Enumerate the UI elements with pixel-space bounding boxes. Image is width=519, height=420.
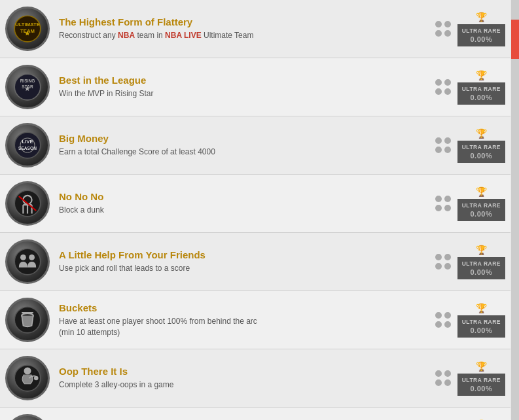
achievement-info-oop-there-it-is: Oop There It Is Complete 3 alley-oops in… [59, 366, 427, 391]
rarity-container-no-no-no: 🏆 ULTRA RARE 0.00% [457, 186, 505, 221]
dot-4 [444, 147, 451, 153]
rarity-badge-no-no-no: ULTRA RARE 0.00% [457, 199, 505, 221]
trophy-icon-highest-form-of-flattery: 🏆 [476, 12, 487, 22]
dots-grid-oop-there-it-is [435, 370, 451, 386]
dot-3 [435, 321, 442, 328]
svg-text:RISING: RISING [20, 79, 35, 83]
dot-3 [435, 88, 442, 95]
achievement-row-highest-form-of-flattery[interactable]: ULTIMATE TEAM The Highest Form of Flatte… [0, 0, 510, 58]
achievement-row-best-in-the-league[interactable]: RISING STAR Best in the League Win the M… [0, 58, 510, 116]
dots-grid-a-little-help [435, 254, 451, 270]
dot-2 [444, 21, 451, 27]
trophy-icon-no-no-no: 🏆 [476, 186, 487, 197]
achievement-row-big-money[interactable]: LIVE SEASON Big Money Earn a total Chall… [0, 116, 510, 175]
achievement-icon-buckets [5, 298, 50, 342]
dots-grid-big-money [435, 137, 451, 153]
nba-live-highlight: NBA LIVE [165, 31, 202, 40]
svg-point-26 [24, 368, 31, 375]
dot-1 [435, 137, 442, 144]
dot-2 [444, 254, 451, 260]
nba-highlight: NBA [118, 31, 135, 40]
achievement-row-a-little-help[interactable]: A Little Help From Your Friends Use pick… [0, 233, 510, 291]
dot-1 [435, 79, 442, 86]
dot-4 [444, 205, 451, 211]
icon-image-no-no-no [12, 188, 43, 219]
achievement-icon-best-in-the-league: RISING STAR [5, 65, 50, 109]
rarity-label-oop-there-it-is: ULTRA RARE [462, 377, 501, 383]
rarity-label-buckets: ULTRA RARE [462, 319, 501, 325]
achievement-desc-a-little-help: Use pick and roll that leads to a score [59, 263, 427, 274]
rarity-container-buckets: 🏆 ULTRA RARE 0.00% [457, 303, 505, 338]
dot-1 [435, 196, 442, 202]
svg-text:LIVE: LIVE [22, 139, 33, 145]
achievement-desc-no-no-no: Block a dunk [59, 205, 427, 216]
icon-image-highest-form-of-flattery: ULTIMATE TEAM [12, 13, 43, 44]
dot-1 [435, 370, 442, 377]
dot-1 [435, 312, 442, 319]
rarity-percent-big-money: 0.00% [462, 152, 501, 160]
achievement-icon-a-little-help [5, 239, 50, 284]
icon-image-big-money: LIVE SEASON [12, 130, 43, 161]
svg-point-27 [34, 376, 39, 381]
achievement-title-highest-form-of-flattery: The Highest Form of Flattery [59, 16, 427, 27]
rarity-label-highest-form-of-flattery: ULTRA RARE [462, 27, 501, 34]
dots-grid-buckets [435, 312, 451, 328]
dot-4 [444, 30, 451, 37]
achievement-row-domination[interactable]: SUMMER CIRCUIT Domination Earn 3 Stars i… [0, 408, 510, 420]
dots-grid-no-no-no [435, 196, 451, 211]
dot-3 [435, 147, 442, 153]
dot-3 [435, 379, 442, 386]
achievement-row-buckets[interactable]: Buckets Have at least one player shoot 1… [0, 291, 510, 349]
rarity-label-best-in-the-league: ULTRA RARE [462, 86, 501, 92]
rarity-container-a-little-help: 🏆 ULTRA RARE 0.00% [457, 245, 505, 279]
rarity-percent-no-no-no: 0.00% [462, 210, 501, 218]
svg-point-19 [14, 249, 41, 275]
scrollbar-thumb[interactable] [511, 20, 519, 59]
trophy-icon-a-little-help: 🏆 [476, 245, 487, 255]
achievement-right-a-little-help: 🏆 ULTRA RARE 0.00% [435, 245, 505, 279]
rarity-percent-highest-form-of-flattery: 0.00% [462, 35, 501, 43]
svg-text:SEASON: SEASON [18, 146, 37, 150]
rarity-container-highest-form-of-flattery: 🏆 ULTRA RARE 0.00% [457, 12, 505, 46]
achievement-desc-buckets: Have at least one player shoot 100% from… [59, 316, 427, 338]
scrollbar[interactable] [511, 0, 519, 420]
trophy-icon-best-in-the-league: 🏆 [476, 70, 487, 80]
icon-image-a-little-help [12, 246, 43, 277]
achievement-info-a-little-help: A Little Help From Your Friends Use pick… [59, 249, 427, 274]
achievement-info-buckets: Buckets Have at least one player shoot 1… [59, 302, 427, 338]
rarity-label-big-money: ULTRA RARE [462, 144, 501, 150]
dot-3 [435, 30, 442, 37]
dot-1 [435, 254, 442, 260]
achievement-right-oop-there-it-is: 🏆 ULTRA RARE 0.00% [435, 361, 505, 396]
dot-2 [444, 79, 451, 86]
achievement-info-highest-form-of-flattery: The Highest Form of Flattery Reconstruct… [59, 16, 427, 41]
icon-image-buckets [12, 304, 43, 336]
rarity-badge-buckets: ULTRA RARE 0.00% [457, 315, 505, 338]
achievement-title-big-money: Big Money [59, 133, 427, 144]
rarity-badge-oop-there-it-is: ULTRA RARE 0.00% [457, 374, 505, 396]
svg-point-21 [29, 254, 35, 260]
achievement-desc-highest-form-of-flattery: Reconstruct any NBA team in NBA LIVE Ult… [59, 30, 427, 41]
achievement-title-oop-there-it-is: Oop There It Is [59, 366, 427, 377]
achievement-title-buckets: Buckets [59, 302, 427, 313]
rarity-label-no-no-no: ULTRA RARE [462, 202, 501, 209]
rarity-badge-best-in-the-league: ULTRA RARE 0.00% [457, 82, 505, 105]
achievement-row-oop-there-it-is[interactable]: Oop There It Is Complete 3 alley-oops in… [0, 349, 510, 408]
achievement-icon-big-money: LIVE SEASON [5, 123, 50, 167]
dot-2 [444, 370, 451, 377]
rarity-container-big-money: 🏆 ULTRA RARE 0.00% [457, 128, 505, 163]
achievement-right-big-money: 🏆 ULTRA RARE 0.00% [435, 128, 505, 163]
achievement-row-no-no-no[interactable]: No No No Block a dunk 🏆 ULTRA RARE 0.00% [0, 175, 510, 233]
trophy-icon-big-money: 🏆 [476, 128, 487, 139]
dot-3 [435, 263, 442, 270]
achievement-title-best-in-the-league: Best in the League [59, 75, 427, 86]
achievement-info-no-no-no: No No No Block a dunk [59, 191, 427, 216]
achievement-info-big-money: Big Money Earn a total Challenge Score o… [59, 133, 427, 158]
dot-4 [444, 88, 451, 95]
achievement-desc-oop-there-it-is: Complete 3 alley-oops in a game [59, 379, 427, 391]
dot-1 [435, 21, 442, 27]
rarity-percent-oop-there-it-is: 0.00% [462, 385, 501, 393]
rarity-percent-a-little-help: 0.00% [462, 268, 501, 276]
dot-4 [444, 321, 451, 328]
achievement-desc-best-in-the-league: Win the MVP in Rising Star [59, 88, 427, 99]
